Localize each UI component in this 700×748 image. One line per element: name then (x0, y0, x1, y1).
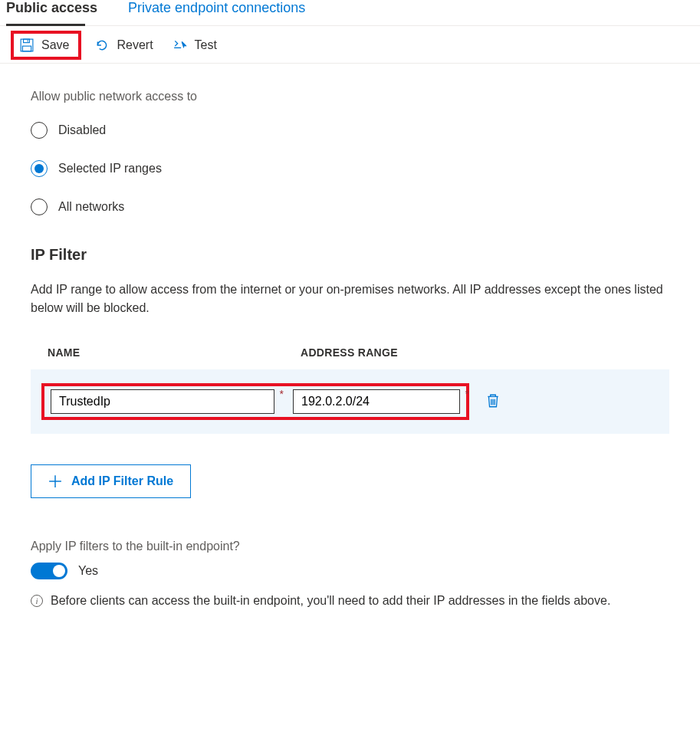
tabs-bar: Public access Private endpoint connectio… (0, 0, 700, 26)
access-heading: Allow public network access to (31, 90, 669, 103)
radio-all-networks[interactable]: All networks (31, 198, 669, 215)
save-icon (20, 38, 34, 52)
inputs-highlight-box: * * (41, 383, 469, 420)
builtin-endpoint-label: Apply IP filters to the built-in endpoin… (31, 540, 669, 553)
test-icon (173, 38, 187, 52)
ip-filter-row: * * (31, 369, 669, 434)
tab-public-access[interactable]: Public access (6, 0, 107, 25)
svg-rect-2 (22, 46, 31, 51)
test-button[interactable]: Test (173, 38, 217, 52)
radio-label: Selected IP ranges (58, 162, 162, 176)
radio-circle-icon (31, 160, 48, 177)
ip-filter-description: Add IP range to allow access from the in… (31, 280, 667, 317)
svg-rect-1 (24, 39, 30, 43)
revert-button-label: Revert (117, 38, 153, 52)
ip-filter-table-header: NAME ADDRESS RANGE (31, 346, 669, 369)
required-asterisk-icon: * (465, 388, 469, 400)
required-asterisk-icon: * (280, 388, 284, 400)
access-radio-group: Disabled Selected IP ranges All networks (31, 122, 669, 215)
radio-circle-icon (31, 122, 48, 139)
test-button-label: Test (195, 38, 217, 52)
column-address-range: ADDRESS RANGE (301, 346, 500, 359)
delete-rule-button[interactable] (486, 393, 500, 411)
builtin-info-text: Before clients can access the built-in e… (51, 592, 610, 610)
ip-filter-title: IP Filter (31, 246, 669, 264)
revert-icon (95, 38, 109, 52)
save-button-label: Save (41, 38, 69, 52)
plus-icon (48, 474, 62, 488)
radio-disabled[interactable]: Disabled (31, 122, 669, 139)
save-button[interactable]: Save (11, 31, 81, 60)
builtin-toggle-row: Yes (31, 563, 669, 579)
toggle-thumb-icon (53, 565, 65, 577)
radio-label: Disabled (58, 123, 106, 137)
trash-icon (486, 393, 500, 408)
ip-rule-address-input[interactable] (293, 389, 460, 414)
radio-selected-ip-ranges[interactable]: Selected IP ranges (31, 160, 669, 177)
builtin-toggle-value: Yes (78, 564, 98, 578)
radio-label: All networks (58, 200, 124, 214)
add-rule-label: Add IP Filter Rule (71, 474, 173, 488)
column-name: NAME (48, 346, 301, 359)
radio-circle-icon (31, 198, 48, 215)
builtin-toggle[interactable] (31, 563, 67, 579)
info-icon: i (31, 595, 43, 607)
revert-button[interactable]: Revert (95, 38, 153, 52)
add-ip-filter-rule-button[interactable]: Add IP Filter Rule (31, 464, 191, 498)
builtin-info-row: i Before clients can access the built-in… (31, 592, 667, 610)
ip-rule-name-input[interactable] (51, 389, 274, 414)
toolbar: Save Revert Test (0, 26, 700, 64)
tab-private-endpoint[interactable]: Private endpoint connections (128, 0, 314, 25)
